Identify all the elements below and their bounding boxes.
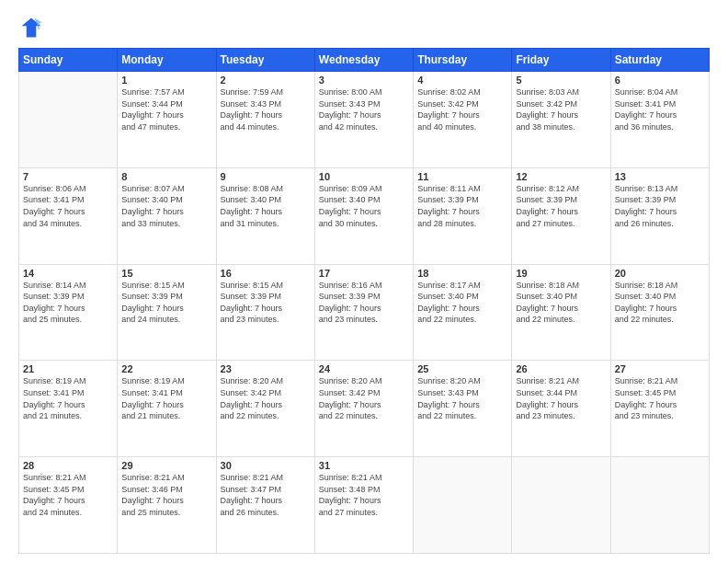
day-info: Sunrise: 8:08 AM Sunset: 3:40 PM Dayligh… xyxy=(221,183,311,229)
calendar-cell: 30Sunrise: 8:21 AM Sunset: 3:47 PM Dayli… xyxy=(216,457,314,554)
day-number: 6 xyxy=(615,75,705,86)
logo xyxy=(18,15,48,40)
day-number: 19 xyxy=(516,268,606,279)
calendar-week-row: 1Sunrise: 7:57 AM Sunset: 3:44 PM Daylig… xyxy=(19,72,710,168)
calendar-cell: 1Sunrise: 7:57 AM Sunset: 3:44 PM Daylig… xyxy=(118,72,216,168)
calendar-cell: 17Sunrise: 8:16 AM Sunset: 3:39 PM Dayli… xyxy=(314,264,413,361)
page: SundayMondayTuesdayWednesdayThursdayFrid… xyxy=(0,0,728,563)
calendar-cell: 19Sunrise: 8:18 AM Sunset: 3:40 PM Dayli… xyxy=(512,264,610,361)
day-info: Sunrise: 8:04 AM Sunset: 3:41 PM Dayligh… xyxy=(615,86,705,132)
day-number: 8 xyxy=(121,171,211,182)
day-info: Sunrise: 8:18 AM Sunset: 3:40 PM Dayligh… xyxy=(516,280,606,326)
day-info: Sunrise: 8:21 AM Sunset: 3:45 PM Dayligh… xyxy=(23,472,113,518)
day-number: 15 xyxy=(121,268,211,279)
calendar-cell: 18Sunrise: 8:17 AM Sunset: 3:40 PM Dayli… xyxy=(414,264,512,361)
calendar-cell: 23Sunrise: 8:20 AM Sunset: 3:42 PM Dayli… xyxy=(216,361,314,457)
calendar-cell xyxy=(610,457,709,554)
day-info: Sunrise: 8:13 AM Sunset: 3:39 PM Dayligh… xyxy=(615,183,705,229)
day-number: 31 xyxy=(319,460,409,471)
calendar-cell: 25Sunrise: 8:20 AM Sunset: 3:43 PM Dayli… xyxy=(414,361,512,457)
calendar-cell: 5Sunrise: 8:03 AM Sunset: 3:42 PM Daylig… xyxy=(512,72,610,168)
calendar-day-header: Saturday xyxy=(610,49,709,72)
calendar-cell: 7Sunrise: 8:06 AM Sunset: 3:41 PM Daylig… xyxy=(19,167,118,264)
day-number: 11 xyxy=(417,171,507,182)
day-number: 4 xyxy=(417,75,507,86)
day-info: Sunrise: 8:21 AM Sunset: 3:48 PM Dayligh… xyxy=(319,472,409,518)
calendar-cell: 21Sunrise: 8:19 AM Sunset: 3:41 PM Dayli… xyxy=(19,361,118,457)
header xyxy=(18,15,710,40)
calendar-day-header: Sunday xyxy=(19,49,118,72)
day-info: Sunrise: 8:21 AM Sunset: 3:45 PM Dayligh… xyxy=(615,375,705,421)
day-info: Sunrise: 8:12 AM Sunset: 3:39 PM Dayligh… xyxy=(516,183,606,229)
day-number: 9 xyxy=(221,171,311,182)
calendar-cell xyxy=(19,72,118,168)
day-info: Sunrise: 8:21 AM Sunset: 3:47 PM Dayligh… xyxy=(221,472,311,518)
calendar-cell xyxy=(512,457,610,554)
day-number: 10 xyxy=(319,171,409,182)
calendar-cell: 11Sunrise: 8:11 AM Sunset: 3:39 PM Dayli… xyxy=(414,167,512,264)
day-number: 16 xyxy=(221,268,311,279)
calendar-cell: 14Sunrise: 8:14 AM Sunset: 3:39 PM Dayli… xyxy=(19,264,118,361)
day-info: Sunrise: 8:03 AM Sunset: 3:42 PM Dayligh… xyxy=(516,86,606,132)
day-number: 30 xyxy=(221,460,311,471)
day-number: 7 xyxy=(23,171,113,182)
day-number: 18 xyxy=(417,268,507,279)
calendar-cell: 8Sunrise: 8:07 AM Sunset: 3:40 PM Daylig… xyxy=(118,167,216,264)
calendar-cell xyxy=(414,457,512,554)
day-info: Sunrise: 8:19 AM Sunset: 3:41 PM Dayligh… xyxy=(23,375,113,421)
day-info: Sunrise: 7:59 AM Sunset: 3:43 PM Dayligh… xyxy=(221,86,311,132)
day-number: 22 xyxy=(121,363,211,374)
day-number: 29 xyxy=(121,460,211,471)
day-info: Sunrise: 8:06 AM Sunset: 3:41 PM Dayligh… xyxy=(23,183,113,229)
day-number: 24 xyxy=(319,363,409,374)
calendar-cell: 6Sunrise: 8:04 AM Sunset: 3:41 PM Daylig… xyxy=(610,72,709,168)
calendar-cell: 2Sunrise: 7:59 AM Sunset: 3:43 PM Daylig… xyxy=(216,72,314,168)
day-number: 17 xyxy=(319,268,409,279)
day-number: 28 xyxy=(23,460,113,471)
day-info: Sunrise: 8:20 AM Sunset: 3:42 PM Dayligh… xyxy=(319,375,409,421)
logo-icon xyxy=(18,15,44,40)
calendar-day-header: Tuesday xyxy=(216,49,314,72)
day-number: 20 xyxy=(615,268,705,279)
calendar-week-row: 7Sunrise: 8:06 AM Sunset: 3:41 PM Daylig… xyxy=(19,167,710,264)
calendar-day-header: Monday xyxy=(118,49,216,72)
day-info: Sunrise: 8:09 AM Sunset: 3:40 PM Dayligh… xyxy=(319,183,409,229)
calendar-week-row: 14Sunrise: 8:14 AM Sunset: 3:39 PM Dayli… xyxy=(19,264,710,361)
day-number: 14 xyxy=(23,268,113,279)
day-number: 25 xyxy=(417,363,507,374)
day-number: 5 xyxy=(516,75,606,86)
day-info: Sunrise: 8:11 AM Sunset: 3:39 PM Dayligh… xyxy=(417,183,507,229)
day-info: Sunrise: 8:02 AM Sunset: 3:42 PM Dayligh… xyxy=(417,86,507,132)
day-info: Sunrise: 8:21 AM Sunset: 3:46 PM Dayligh… xyxy=(121,472,211,518)
day-info: Sunrise: 8:19 AM Sunset: 3:41 PM Dayligh… xyxy=(121,375,211,421)
calendar-cell: 20Sunrise: 8:18 AM Sunset: 3:40 PM Dayli… xyxy=(610,264,709,361)
calendar-cell: 4Sunrise: 8:02 AM Sunset: 3:42 PM Daylig… xyxy=(414,72,512,168)
day-number: 1 xyxy=(121,75,211,86)
day-info: Sunrise: 8:18 AM Sunset: 3:40 PM Dayligh… xyxy=(615,280,705,326)
calendar-cell: 31Sunrise: 8:21 AM Sunset: 3:48 PM Dayli… xyxy=(314,457,413,554)
calendar-cell: 9Sunrise: 8:08 AM Sunset: 3:40 PM Daylig… xyxy=(216,167,314,264)
day-info: Sunrise: 8:15 AM Sunset: 3:39 PM Dayligh… xyxy=(221,280,311,326)
calendar-header-row: SundayMondayTuesdayWednesdayThursdayFrid… xyxy=(19,49,710,72)
calendar-cell: 24Sunrise: 8:20 AM Sunset: 3:42 PM Dayli… xyxy=(314,361,413,457)
calendar-cell: 27Sunrise: 8:21 AM Sunset: 3:45 PM Dayli… xyxy=(610,361,709,457)
day-number: 21 xyxy=(23,363,113,374)
calendar-day-header: Friday xyxy=(512,49,610,72)
calendar-table: SundayMondayTuesdayWednesdayThursdayFrid… xyxy=(18,48,710,554)
calendar-cell: 29Sunrise: 8:21 AM Sunset: 3:46 PM Dayli… xyxy=(118,457,216,554)
calendar-cell: 12Sunrise: 8:12 AM Sunset: 3:39 PM Dayli… xyxy=(512,167,610,264)
calendar-cell: 28Sunrise: 8:21 AM Sunset: 3:45 PM Dayli… xyxy=(19,457,118,554)
day-info: Sunrise: 8:16 AM Sunset: 3:39 PM Dayligh… xyxy=(319,280,409,326)
calendar-cell: 13Sunrise: 8:13 AM Sunset: 3:39 PM Dayli… xyxy=(610,167,709,264)
day-info: Sunrise: 8:20 AM Sunset: 3:43 PM Dayligh… xyxy=(417,375,507,421)
calendar-cell: 15Sunrise: 8:15 AM Sunset: 3:39 PM Dayli… xyxy=(118,264,216,361)
day-info: Sunrise: 8:21 AM Sunset: 3:44 PM Dayligh… xyxy=(516,375,606,421)
day-number: 13 xyxy=(615,171,705,182)
day-info: Sunrise: 8:00 AM Sunset: 3:43 PM Dayligh… xyxy=(319,86,409,132)
calendar-cell: 16Sunrise: 8:15 AM Sunset: 3:39 PM Dayli… xyxy=(216,264,314,361)
day-number: 26 xyxy=(516,363,606,374)
day-info: Sunrise: 8:20 AM Sunset: 3:42 PM Dayligh… xyxy=(221,375,311,421)
day-number: 27 xyxy=(615,363,705,374)
calendar-week-row: 21Sunrise: 8:19 AM Sunset: 3:41 PM Dayli… xyxy=(19,361,710,457)
calendar-cell: 22Sunrise: 8:19 AM Sunset: 3:41 PM Dayli… xyxy=(118,361,216,457)
